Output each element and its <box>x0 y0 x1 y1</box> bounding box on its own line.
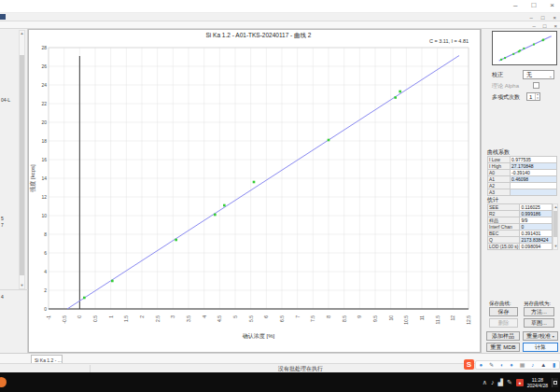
ime-tool-icon[interactable]: ✎ <box>489 361 494 369</box>
curve-preview-chart <box>493 32 556 64</box>
calibration-curve-chart[interactable]: -1-0.500.511.522.533.544.555.566.577.588… <box>29 30 480 352</box>
weight-calibration-label: 重量/校准 <box>526 333 551 339</box>
menu-bar: – □ × <box>0 13 560 21</box>
ime-tool-icon[interactable]: ▲ <box>540 361 546 369</box>
network-icon[interactable]: ▟ <box>497 378 502 387</box>
svg-text:3.5: 3.5 <box>186 315 191 322</box>
svg-text:4.5: 4.5 <box>217 315 222 322</box>
window-controls: – □ × <box>513 1 554 10</box>
minimize-icon[interactable]: – <box>513 1 517 10</box>
theoretical-alpha-label: 理论 Alpha <box>492 82 519 91</box>
svg-text:7: 7 <box>295 315 301 318</box>
scroll-up-icon[interactable]: ▲ <box>20 31 24 36</box>
scrollbar-thumb[interactable] <box>553 211 557 237</box>
statistic-label: SEE <box>488 204 520 211</box>
sidebar-item[interactable]: 4 <box>1 294 4 300</box>
tray-icon-group: ∧♪▟✎ <box>483 378 512 387</box>
polynomial-degree-label: 多项式次数 <box>492 93 520 102</box>
ime-tool-icon[interactable]: ▮ <box>553 361 555 369</box>
ime-tool-icon[interactable]: ♦ <box>511 361 513 369</box>
svg-text:12.5: 12.5 <box>466 315 471 325</box>
scrollbar-thumb[interactable] <box>20 55 24 275</box>
statistics-scrollbar[interactable]: ▲ ▼ <box>553 203 558 250</box>
document-window-bar: – □ × <box>0 21 560 29</box>
reset-button[interactable]: 重置 MDB <box>486 343 520 352</box>
svg-text:Si Ka 1.2 - A01-TKS-20240117 -: Si Ka 1.2 - A01-TKS-20240117 - 曲线 2 <box>206 32 312 39</box>
statistic-value: 0 <box>520 224 553 231</box>
svg-text:9: 9 <box>357 315 362 318</box>
ime-icon-strip: ●✎◐♦▦♪▲▮ <box>475 360 560 370</box>
statistic-row: Q2173.838424 <box>488 237 553 244</box>
alert-icon[interactable]: ● <box>516 379 524 386</box>
sidebar-item[interactable]: 04-L <box>1 97 10 103</box>
weight-calibration-dropdown-button[interactable]: 重量/校准 ▾ <box>523 331 558 341</box>
svg-text:1.5: 1.5 <box>123 315 129 322</box>
coefficient-value: 0.977535 <box>511 157 557 163</box>
svg-text:16: 16 <box>41 157 47 162</box>
save-as-draft-button[interactable]: 草图... <box>524 318 554 328</box>
statistic-value: 0.098094 <box>520 244 553 250</box>
restore-icon[interactable]: □ <box>531 1 536 10</box>
svg-text:14: 14 <box>41 175 47 181</box>
correction-value: 无 <box>526 72 532 77</box>
coefficient-row: I High27.170848 <box>488 163 557 170</box>
svg-text:8: 8 <box>44 231 47 237</box>
scroll-down-icon[interactable]: ▼ <box>553 244 558 249</box>
coefficient-value <box>511 189 557 196</box>
svg-text:-1: -1 <box>46 315 51 320</box>
svg-text:10: 10 <box>41 213 47 218</box>
statistic-row: Interf Chan0 <box>488 224 553 231</box>
ime-logo-icon[interactable]: S <box>464 359 474 370</box>
coefficient-row: A0-0.39140 <box>488 170 557 176</box>
scroll-down-icon[interactable]: ▼ <box>20 283 24 288</box>
taskbar-app-icon[interactable] <box>0 377 7 387</box>
polynomial-degree-stepper[interactable]: 1 ▴▾ <box>526 92 540 101</box>
notification-center-icon[interactable] <box>552 378 558 387</box>
statistic-label: Interf Chan <box>488 224 520 231</box>
curve-preview-thumbnail[interactable] <box>492 31 557 65</box>
svg-text:3: 3 <box>170 315 175 318</box>
svg-text:6: 6 <box>44 250 47 256</box>
svg-text:2: 2 <box>44 287 47 293</box>
coefficient-label: I High <box>488 163 511 170</box>
calculate-button[interactable]: 计算 <box>523 343 558 352</box>
svg-text:1: 1 <box>108 315 114 318</box>
ime-tool-icon[interactable]: ♪ <box>531 361 534 369</box>
ime-tool-icon[interactable]: ● <box>479 361 483 369</box>
coefficient-row: A2 <box>488 183 557 189</box>
statistic-row: 样品9/9 <box>488 217 553 224</box>
coefficient-label: A2 <box>488 183 511 189</box>
svg-text:4: 4 <box>44 269 47 274</box>
save-as-method-button[interactable]: 方法... <box>524 307 554 316</box>
chevron-up-icon[interactable]: ∧ <box>483 378 487 387</box>
statistic-row: LOD (15.00 s)0.098094 <box>488 244 553 250</box>
spinner-arrows-icon[interactable]: ▴▾ <box>535 93 539 100</box>
save-button[interactable]: 保存 <box>489 307 518 316</box>
svg-text:7.5: 7.5 <box>310 315 315 322</box>
chevron-down-icon: ▾ <box>553 334 554 339</box>
svg-text:5: 5 <box>232 315 238 318</box>
sidebar-item[interactable]: 5 <box>1 216 4 221</box>
svg-text:6.5: 6.5 <box>279 315 285 322</box>
title-bar: – □ × <box>0 0 560 13</box>
coefficient-value <box>511 183 557 189</box>
correction-label: 校正 <box>492 71 503 79</box>
svg-text:5.5: 5.5 <box>248 315 254 322</box>
add-sample-button[interactable]: 添加样品 <box>486 331 520 341</box>
close-icon[interactable]: × <box>550 1 554 10</box>
correction-dropdown[interactable]: 无 ⌄ <box>523 70 554 79</box>
svg-text:确认浓度 [%]: 确认浓度 [%] <box>243 332 275 340</box>
sidebar-item[interactable]: 7 <box>1 222 4 228</box>
theoretical-alpha-checkbox[interactable] <box>533 82 539 89</box>
ime-tool-icon[interactable]: ◐ <box>500 361 504 369</box>
ime-tool-icon[interactable]: ▦ <box>520 361 525 369</box>
scroll-up-icon[interactable]: ▲ <box>553 204 558 210</box>
taskbar-clock[interactable]: 11:28 2024/4/28 <box>527 377 548 388</box>
svg-text:10.5: 10.5 <box>403 315 409 325</box>
chevron-down-icon: ⌄ <box>549 72 553 79</box>
pen-icon[interactable]: ✎ <box>507 378 512 387</box>
volume-icon[interactable]: ♪ <box>491 378 495 387</box>
delete-button: 删除 <box>489 318 518 328</box>
sidebar-scrollbar[interactable]: ▲ ▼ <box>19 30 25 289</box>
windows-taskbar[interactable]: ∧♪▟✎ ● 11:28 2024/4/28 <box>0 372 560 392</box>
